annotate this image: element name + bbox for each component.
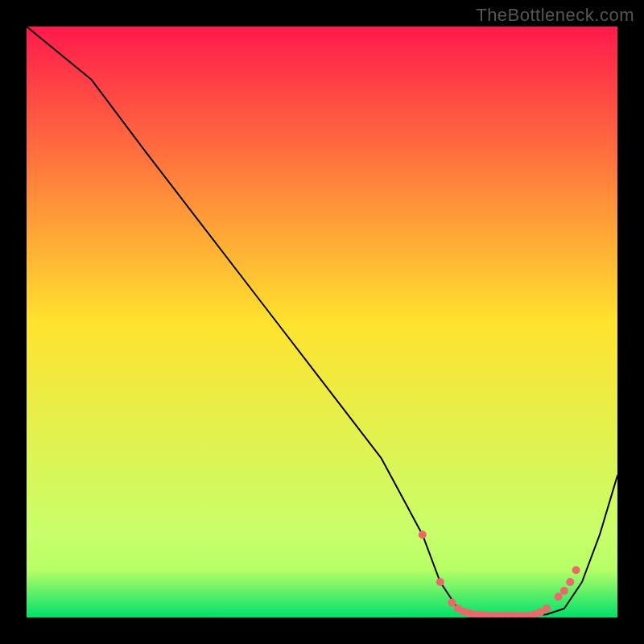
- chart-container: { "watermark": "TheBottleneck.com", "col…: [0, 0, 644, 644]
- highlight-dot: [560, 587, 568, 595]
- gradient-background: [27, 27, 617, 617]
- highlight-dot: [419, 530, 427, 539]
- highlight-dot: [448, 599, 456, 607]
- highlight-dot: [543, 605, 551, 613]
- plot-svg: [27, 27, 617, 617]
- highlight-dot: [572, 566, 580, 574]
- highlight-dot: [555, 592, 563, 601]
- highlight-dot: [436, 578, 444, 586]
- plot-area: [27, 27, 617, 617]
- highlight-dot: [566, 578, 574, 586]
- watermark-text: TheBottleneck.com: [476, 5, 634, 26]
